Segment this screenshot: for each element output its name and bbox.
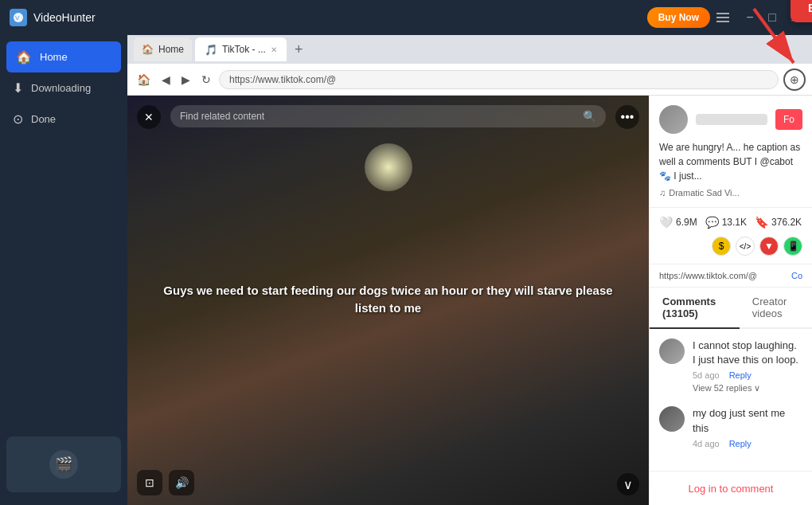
username-bar bbox=[696, 114, 767, 125]
action-btn-4[interactable]: 📱 bbox=[783, 237, 802, 256]
comments-tab-label: Comments (13105) bbox=[662, 296, 716, 319]
stat-actions: $ </> ▼ 📱 bbox=[712, 237, 802, 256]
likes-count: 6.9M bbox=[676, 217, 697, 228]
tiktok-tab-icon: 🎵 bbox=[205, 44, 217, 56]
video-top-controls: ✕ 🔍 ••• bbox=[137, 105, 639, 129]
tab-comments[interactable]: Comments (13105) bbox=[650, 288, 740, 329]
stat-likes: 🤍 6.9M bbox=[659, 216, 697, 229]
caption-text: We are hungry! A... he caption as well a… bbox=[659, 140, 802, 183]
right-panel-top: Fo We are hungry! A... he caption as wel… bbox=[650, 96, 812, 208]
comment-content-1: I cannot stop laughing. I just have this… bbox=[693, 339, 802, 393]
comment-text-1: I cannot stop laughing. I just have this… bbox=[693, 339, 802, 367]
add-tab-button[interactable]: + bbox=[290, 41, 308, 58]
action-btn-2[interactable]: </> bbox=[736, 237, 755, 256]
tiktok-tab-label: TikTok - ... bbox=[222, 44, 266, 55]
nav-back-button[interactable]: ◀ bbox=[158, 70, 174, 89]
video-panel: ✕ 🔍 ••• Guys we need to start feeding ou… bbox=[127, 96, 649, 505]
comment-time-2: 4d ago bbox=[693, 439, 720, 448]
tab-creator-videos[interactable]: Creator videos bbox=[740, 288, 812, 329]
comment-content-2: my dog just sent me this 4d ago Reply bbox=[693, 406, 802, 448]
comment-text-2: my dog just sent me this bbox=[693, 406, 802, 435]
comments-list: I cannot stop laughing. I just have this… bbox=[650, 329, 812, 471]
copy-button[interactable]: Co bbox=[791, 271, 802, 280]
tab-close-icon[interactable]: ✕ bbox=[271, 45, 277, 54]
comment-item-2: my dog just sent me this 4d ago Reply bbox=[659, 406, 802, 448]
music-text: Dramatic Sad Vi... bbox=[669, 188, 739, 198]
nav-refresh-button[interactable]: ↻ bbox=[198, 70, 214, 89]
avatar-image bbox=[659, 105, 688, 134]
comment-avatar-1 bbox=[659, 339, 685, 364]
video-search-bar[interactable]: 🔍 bbox=[170, 105, 606, 127]
minimize-button[interactable]: − bbox=[742, 10, 758, 25]
thumb-icon: 🎬 bbox=[55, 456, 72, 473]
video-bottom-controls: ⊡ 🔊 ∨ bbox=[137, 470, 639, 495]
bookmark-icon: 🔖 bbox=[755, 216, 768, 229]
action-btn-1[interactable]: $ bbox=[712, 237, 731, 256]
video-search-input[interactable] bbox=[180, 111, 578, 122]
analyze-button-container: ⊕ Analyze Button bbox=[783, 69, 806, 91]
nav-home-button[interactable]: 🏠 bbox=[134, 70, 154, 89]
browser-area: 🏠 Home 🎵 TikTok - ... ✕ + 🏠 ◀ ▶ ↻ ⊕ bbox=[127, 35, 812, 505]
stats-row: 🤍 6.9M 💬 13.1K 🔖 376.2K $ </> ▼ bbox=[650, 208, 812, 264]
video-close-button[interactable]: ✕ bbox=[137, 105, 161, 129]
app-logo: V bbox=[10, 9, 27, 26]
home-tab-label: Home bbox=[158, 44, 184, 55]
hamburger-icon[interactable] bbox=[716, 13, 729, 22]
analyze-circle-button[interactable]: ⊕ bbox=[783, 69, 806, 91]
creator-tab-label: Creator videos bbox=[752, 296, 787, 319]
url-row: https://www.tiktok.com/@ Co bbox=[650, 264, 812, 288]
tab-home[interactable]: 🏠 Home bbox=[134, 37, 192, 61]
comment-icon: 💬 bbox=[705, 216, 719, 229]
url-input[interactable] bbox=[219, 70, 779, 89]
sidebar: 🏠 Home ⬇ Downloading ⊙ Done 🎬 bbox=[0, 35, 127, 505]
login-to-comment[interactable]: Log in to comment bbox=[689, 483, 774, 495]
music-row: ♫ Dramatic Sad Vi... bbox=[659, 188, 802, 198]
title-bar-left: V VideoHunter bbox=[10, 9, 96, 26]
sidebar-item-home-label: Home bbox=[40, 51, 68, 63]
reply-link-2[interactable]: Reply bbox=[729, 439, 751, 448]
video-more-button[interactable]: ••• bbox=[615, 105, 639, 129]
comment-meta-1: 5d ago Reply bbox=[693, 370, 802, 380]
sidebar-thumb-inner: 🎬 bbox=[49, 450, 78, 479]
app-name: VideoHunter bbox=[33, 11, 96, 24]
title-bar-right: Buy Now − □ ✕ bbox=[647, 7, 802, 28]
follow-button[interactable]: Fo bbox=[775, 109, 802, 130]
sidebar-item-done[interactable]: ⊙ Done bbox=[0, 104, 127, 135]
action-btn-3[interactable]: ▼ bbox=[759, 237, 779, 256]
tab-tiktok[interactable]: 🎵 TikTok - ... ✕ bbox=[195, 37, 287, 61]
sidebar-thumbnail: 🎬 bbox=[6, 436, 121, 492]
stat-bookmarks: 🔖 376.2K bbox=[755, 216, 802, 229]
view-replies-1[interactable]: View 52 replies ∨ bbox=[693, 383, 802, 393]
address-bar: 🏠 ◀ ▶ ↻ ⊕ Analyze bbox=[127, 64, 812, 96]
view-replies-label-1: View 52 replies ∨ bbox=[693, 383, 760, 393]
video-overlay: ✕ 🔍 ••• Guys we need to start feeding ou… bbox=[127, 96, 649, 505]
right-panel: Fo We are hungry! A... he caption as wel… bbox=[649, 96, 812, 505]
video-url: https://www.tiktok.com/@ bbox=[659, 271, 785, 280]
buy-now-button[interactable]: Buy Now bbox=[647, 7, 710, 28]
sidebar-item-downloading[interactable]: ⬇ Downloading bbox=[0, 72, 127, 104]
content-tabs: Comments (13105) Creator videos bbox=[650, 288, 812, 329]
sidebar-item-done-label: Done bbox=[31, 113, 56, 125]
video-caption: Guys we need to start feeding our dogs t… bbox=[137, 282, 639, 318]
svg-text:V: V bbox=[15, 14, 20, 22]
profile-row: Fo bbox=[659, 105, 802, 134]
heart-icon: 🤍 bbox=[659, 216, 673, 229]
comment-avatar-2 bbox=[659, 406, 685, 432]
reply-link-1[interactable]: Reply bbox=[729, 370, 751, 380]
download-icon: ⬇ bbox=[13, 80, 23, 96]
nav-forward-button[interactable]: ▶ bbox=[178, 70, 193, 89]
sidebar-spacer bbox=[0, 135, 127, 430]
subtitles-button[interactable]: ⊡ bbox=[137, 470, 162, 495]
analyze-button-label[interactable]: Analyze Button bbox=[791, 0, 812, 22]
sidebar-item-downloading-label: Downloading bbox=[31, 82, 91, 94]
sidebar-item-home[interactable]: 🏠 Home bbox=[6, 41, 121, 72]
tab-bar: 🏠 Home 🎵 TikTok - ... ✕ + bbox=[127, 35, 812, 64]
video-left-controls: ⊡ 🔊 bbox=[137, 470, 194, 495]
scroll-down-button[interactable]: ∨ bbox=[617, 473, 639, 495]
comments-count: 13.1K bbox=[722, 217, 747, 228]
search-icon: 🔍 bbox=[583, 110, 596, 123]
music-icon: ♫ bbox=[659, 188, 666, 198]
maximize-button[interactable]: □ bbox=[764, 10, 780, 25]
volume-button[interactable]: 🔊 bbox=[169, 470, 194, 495]
analyze-line2: Button bbox=[805, 2, 812, 14]
